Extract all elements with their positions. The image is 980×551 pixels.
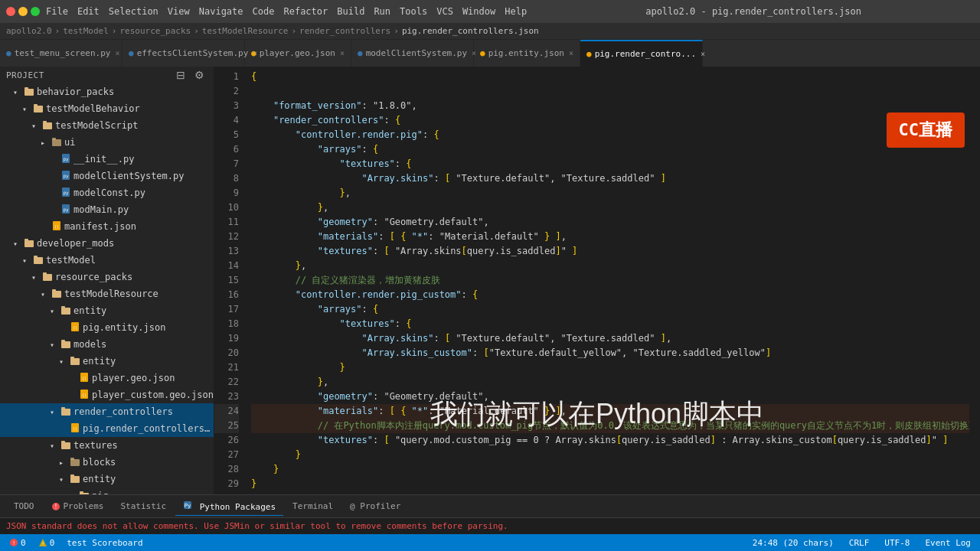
menu-build[interactable]: Build xyxy=(337,6,364,17)
tree-item-entity[interactable]: ▾entity xyxy=(0,353,214,370)
tree-item-pig-render-controllers-json[interactable]: {}pig.render_controllers.json xyxy=(0,420,214,437)
bottom-tab-problems[interactable]: ! Problems xyxy=(44,498,112,514)
tree-item-label: resource_packs xyxy=(55,272,214,282)
bottom-tab-todo[interactable]: TODO xyxy=(6,498,42,514)
tree-item-textures[interactable]: ▾textures xyxy=(0,437,214,454)
tab-effects-client-system[interactable]: ● effectsClientSystem.py × xyxy=(122,40,245,67)
folder-icon xyxy=(69,473,81,486)
close-tab-icon[interactable]: × xyxy=(340,49,345,57)
tab-model-client-system[interactable]: ● modelClientSystem.py × xyxy=(351,40,474,67)
svg-rect-1 xyxy=(24,87,28,90)
close-tab-icon[interactable]: × xyxy=(115,49,119,57)
tree-item-manifest-json[interactable]: {}manifest.json xyxy=(0,218,214,235)
tree-item-testmodelbehavior[interactable]: ▾testModelBehavior xyxy=(0,100,214,117)
tab-pig-render-controllers[interactable]: ● pig.render_contro... × xyxy=(580,40,703,67)
status-errors[interactable]: ! 0 xyxy=(6,534,29,551)
tree-arrow-icon: ▾ xyxy=(28,122,40,130)
tree-item-render-controllers[interactable]: ▾render_controllers xyxy=(0,403,214,420)
menu-code[interactable]: Code xyxy=(253,6,275,17)
tree-item-label: pig.entity.json xyxy=(83,322,214,333)
tree-item-pig[interactable]: ▾pig xyxy=(0,487,214,494)
close-tab-icon[interactable]: × xyxy=(253,49,257,57)
tree-item-modelconst-py[interactable]: pymodelConst.py xyxy=(0,184,214,201)
tree-item-player-custom-geo-json[interactable]: {}player_custom.geo.json xyxy=(0,386,214,403)
folder-icon xyxy=(60,439,72,452)
status-warnings[interactable]: ! 0 xyxy=(35,534,58,551)
tree-item-entity[interactable]: ▾entity xyxy=(0,302,214,319)
close-tab-icon[interactable]: × xyxy=(701,50,705,58)
menu-vcs[interactable]: VCS xyxy=(436,6,453,17)
menu-view[interactable]: View xyxy=(168,6,190,17)
svg-text:py: py xyxy=(63,173,69,179)
status-cursor[interactable]: 24:48 (20 chars) xyxy=(750,534,837,551)
tree-arrow-icon: ▾ xyxy=(46,442,58,450)
status-encoding[interactable]: UTF-8 xyxy=(881,534,913,551)
status-line-ending[interactable]: CRLF xyxy=(846,534,873,551)
menu-edit[interactable]: Edit xyxy=(77,6,100,17)
tree-item-pig-entity-json[interactable]: {}pig.entity.json xyxy=(0,319,214,336)
breadcrumb-item-2[interactable]: resource_packs xyxy=(119,26,191,36)
editor-content: 1234567891011121314151617181920212223242… xyxy=(214,67,980,494)
tree-item-entity[interactable]: ▾entity xyxy=(0,471,214,487)
menu-run[interactable]: Run xyxy=(374,6,390,17)
menu-window[interactable]: Window xyxy=(462,6,495,17)
tree-item---init---py[interactable]: py__init__.py xyxy=(0,151,214,168)
tree-item-blocks[interactable]: ▸blocks xyxy=(0,454,214,471)
tree-item-developer-mods[interactable]: ▾developer_mods xyxy=(0,235,214,252)
close-tab-icon[interactable]: × xyxy=(569,49,573,57)
svg-text:py: py xyxy=(63,190,69,196)
tree-item-ui[interactable]: ▸ui xyxy=(0,134,214,151)
menu-refactor[interactable]: Refactor xyxy=(283,6,328,17)
tree-item-player-geo-json[interactable]: {}player.geo.json xyxy=(0,370,214,386)
bottom-tab-statistic[interactable]: Statistic xyxy=(113,498,174,514)
breadcrumb-item-5[interactable]: pig.render_controllers.json xyxy=(402,26,539,36)
file-icon: py xyxy=(60,187,72,200)
encoding: UTF-8 xyxy=(884,538,910,548)
menu-selection[interactable]: Selection xyxy=(109,6,158,17)
sidebar-collapse-button[interactable]: ⊟ xyxy=(173,67,188,83)
menu-help[interactable]: Help xyxy=(505,6,527,17)
tree-item-behavior-packs[interactable]: ▾behavior_packs xyxy=(0,83,214,100)
tab-pig-entity[interactable]: ● pig.entity.json × xyxy=(474,40,580,67)
menu-file[interactable]: File xyxy=(46,6,68,17)
bottom-tab-terminal[interactable]: Terminal xyxy=(285,498,341,514)
tab-test-menu-screen[interactable]: ● test_menu_screen.py × xyxy=(0,40,122,67)
event-log-label: Event Log xyxy=(925,538,971,548)
window-controls[interactable] xyxy=(6,7,40,16)
breadcrumb-item-1[interactable]: testModel xyxy=(63,26,109,36)
sidebar-settings-button[interactable]: ⚙ xyxy=(191,67,207,83)
svg-rect-31 xyxy=(61,340,65,342)
status-event-log[interactable]: Event Log xyxy=(922,534,974,551)
tree-item-label: testModelResource xyxy=(64,289,214,299)
tree-item-models[interactable]: ▾models xyxy=(0,336,214,353)
bottom-tab-profiler[interactable]: @ Profiler xyxy=(342,498,408,514)
tree-item-testmodel[interactable]: ▾testModel xyxy=(0,252,214,269)
folder-icon xyxy=(60,406,72,419)
breadcrumb-item-0[interactable]: apollo2.0 xyxy=(6,26,52,36)
svg-text:{}: {} xyxy=(73,426,77,431)
breadcrumb-item-3[interactable]: testModelResource xyxy=(202,26,289,36)
svg-text:!: ! xyxy=(41,541,44,547)
breadcrumb-item-4[interactable]: render_controllers xyxy=(299,26,390,36)
tree-item-modmain-py[interactable]: pymodMain.py xyxy=(0,201,214,218)
tree-item-resource-packs[interactable]: ▾resource_packs xyxy=(0,269,214,285)
tree-item-label: player.geo.json xyxy=(92,373,214,383)
tab-player-geo[interactable]: ● player.geo.json × xyxy=(245,40,351,67)
bottom-tab-python-packages[interactable]: Py Python Packages xyxy=(175,497,283,516)
status-scoreboard[interactable]: test Scoreboard xyxy=(64,534,145,551)
menu-navigate[interactable]: Navigate xyxy=(199,6,243,17)
menu-tools[interactable]: Tools xyxy=(400,6,427,17)
svg-rect-7 xyxy=(52,138,56,140)
tree-item-testmodelresource[interactable]: ▾testModelResource xyxy=(0,285,214,302)
code-editor[interactable]: { "format_version": "1.8.0", "render_con… xyxy=(245,67,969,494)
tree-item-label: behavior_packs xyxy=(37,86,214,97)
window-title: apollo2.0 - pig.render_controllers.json xyxy=(533,6,974,17)
close-tab-icon[interactable]: × xyxy=(472,49,476,57)
close-button[interactable] xyxy=(6,7,15,16)
minimize-button[interactable] xyxy=(18,7,28,16)
tree-item-modelclientsystem-py[interactable]: pymodelClientSystem.py xyxy=(0,168,214,184)
tree-item-label: player_custom.geo.json xyxy=(92,390,214,400)
maximize-button[interactable] xyxy=(31,7,40,16)
tree-item-testmodelscript[interactable]: ▾testModelScript xyxy=(0,117,214,134)
sidebar: Project ⊟ ⚙ ▾behavior_packs▾testModelBeh… xyxy=(0,67,214,494)
